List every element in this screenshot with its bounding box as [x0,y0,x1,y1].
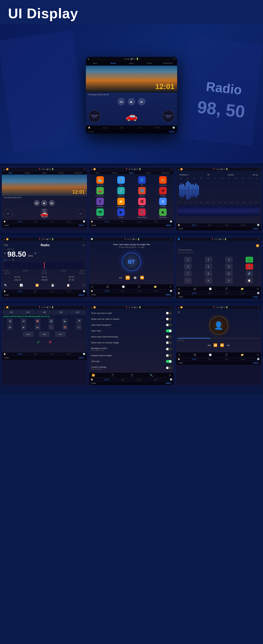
app-carbilink[interactable]: 🔗 CarbiLink [111,187,131,197]
radio-dx[interactable]: DX [4,259,7,261]
phone-key-clipboard[interactable]: 📋 [246,278,253,284]
music-refresh[interactable]: 🔄 [257,358,260,360]
music-settings-icon[interactable]: ⚙ [257,354,259,356]
home-nav-navi[interactable]: Navi [2,172,19,174]
app-chrome[interactable]: 🌐 Chrome [132,187,152,197]
steering-prev-icon[interactable]: ⏮ [7,325,13,330]
app-appstore[interactable]: 🏪 App Store [90,176,110,186]
radio-save-icon[interactable]: 💾 [51,284,54,287]
apps-refresh[interactable]: 🔄 [170,220,172,223]
eq-home-icon[interactable]: 🏠 [178,224,180,226]
hero-nav-radio[interactable]: Radio [104,61,122,65]
steering-mute-icon[interactable]: 🔇 [35,318,40,324]
radio-refresh[interactable]: 🔄 [83,290,85,292]
music-fast-forward[interactable]: ⏩ [220,343,224,347]
eq-back-btn[interactable]: BACK [253,228,259,230]
eq-preset[interactable]: Standard ∨ [179,174,189,176]
preset-6[interactable]: 87.50 [58,279,85,281]
radio-settings-icon[interactable]: ⚙ [82,244,85,247]
music-folder-icon[interactable]: 📁 [241,354,244,356]
bt-stop[interactable]: ⏹ [133,275,137,280]
home-next[interactable]: ⏭ [49,200,55,206]
bt-clock-icon[interactable]: 🕐 [122,285,125,288]
music-note-icon2[interactable]: 🎵 [225,354,228,356]
radio-eq-icon[interactable]: 📊 [20,284,23,287]
music-progress-track[interactable] [178,338,260,338]
hero-back-icon[interactable]: 🔄 [173,127,175,129]
steering-vol-down-icon[interactable]: 🔉 [62,318,68,324]
setting-vol-toggle[interactable] [166,354,172,357]
setting-backlight-toggle[interactable] [166,348,172,351]
steering-back2-icon[interactable]: ↩ [76,325,82,330]
phone-back-btn[interactable]: BACK [253,296,259,298]
phone-key-6[interactable]: 6 [225,264,233,270]
app-maps[interactable]: 🗺 Maps [90,208,110,218]
steering-num-4[interactable]: 255 [53,310,69,314]
setting-nav-toggle[interactable] [166,323,172,326]
home-nav-music[interactable]: Music [53,172,70,174]
phone-music-icon[interactable]: 🎵 [225,288,228,290]
bt-prev[interactable]: ⏪ [125,275,130,280]
bt-grid-icon[interactable]: ⊞ [91,285,93,288]
preset-5[interactable]: 108.00 [31,279,58,281]
apps-nav-radio[interactable]: Radio [106,172,123,174]
bt-home-icon[interactable]: 🏠 [91,290,93,292]
home-nav-apps[interactable]: Apps [36,172,53,174]
app-files[interactable]: 📁 FileManager [111,198,131,207]
radio-next-btn[interactable]: > [34,251,36,255]
radio-settings2-icon[interactable]: ⚙ [82,284,85,287]
bt-settings-icon[interactable]: ⚙ [170,285,172,288]
preset-3[interactable]: 98.10 [58,276,85,278]
home-back-btn[interactable]: BACK [78,224,85,226]
app-music[interactable]: 🎵 Music Player [132,208,152,218]
hero-footer-back[interactable]: BACK [169,131,175,133]
setting-mute-toggle[interactable] [166,335,172,338]
phone-grid-icon[interactable]: ⊞ [178,288,180,290]
music-grid-icon[interactable]: ⊞ [178,354,180,356]
steering-mic-icon[interactable]: 🎤 [76,318,82,324]
home-nav-radio[interactable]: Radio [19,172,36,174]
phone-clock-icon[interactable]: 🕐 [209,288,212,290]
app-gallery[interactable]: 🖼 Gallery [132,198,152,207]
steering-power-icon[interactable]: ⏻ [7,318,13,324]
setting-brake-toggle[interactable] [166,318,172,321]
steering-vol-up-icon[interactable]: 🔊 [49,318,54,324]
steering-home-icon[interactable]: 🏠 [3,353,6,355]
steering-fm-btn[interactable]: FM [55,332,66,337]
radio-list-icon[interactable]: 📋 [67,284,70,287]
phone-key-star[interactable]: * [184,278,192,284]
preset-2[interactable]: 90.10 [31,276,58,278]
phone-key-2[interactable]: 2 [205,257,212,263]
music-back-btn[interactable]: BACK [253,362,259,364]
eq-default[interactable]: Default [228,174,234,176]
app-carlink[interactable]: 🚗 Car Link 2.0 [90,187,110,197]
phone-refresh[interactable]: 🔄 [257,292,260,294]
bt-back-btn[interactable]: BACK [165,294,172,296]
home-nav-bt[interactable]: Bluetooth [70,172,87,174]
setting-osd-toggle[interactable] [166,329,172,332]
hero-prev-btn[interactable]: ⏮ [118,98,125,105]
steering-check-btn[interactable]: ✓ [37,340,40,345]
phone-key-9[interactable]: 9 [225,271,233,277]
app-bt[interactable]: 🔵 BT [132,176,152,186]
radio-ind[interactable]: IND [12,259,15,261]
app-playstore[interactable]: ▶ Play Store [153,208,173,218]
steering-mode-icon[interactable]: ⇄ [21,318,26,324]
eq-all[interactable]: All [207,174,210,176]
bt-image-icon[interactable]: 🖼 [106,285,109,288]
steering-num-2[interactable]: 255 [20,310,36,314]
bt-music-icon[interactable]: 🎵 [138,285,141,288]
app-control[interactable]: ⚙ Control [153,187,173,197]
bt-rewind[interactable]: ⏮ [119,276,122,279]
settings-music2-icon[interactable]: 🎵 [130,374,133,377]
settings-wrench-icon[interactable]: 🔧 [150,374,153,377]
steering-next-icon[interactable]: ⏭ [35,325,40,330]
phone-end-btn[interactable]: 📵 [246,264,253,270]
apps-back-btn[interactable]: BACK [165,224,172,226]
bt-refresh[interactable]: 🔄 [170,290,172,292]
music-clock-icon[interactable]: 🕐 [209,354,212,356]
bt-next[interactable]: ⏩ [140,276,144,279]
app-moofzy[interactable]: ▶ moofzy [111,208,131,218]
apps-nav-apps[interactable]: Apps [123,172,140,174]
steering-num-3[interactable]: 255 [36,310,52,314]
